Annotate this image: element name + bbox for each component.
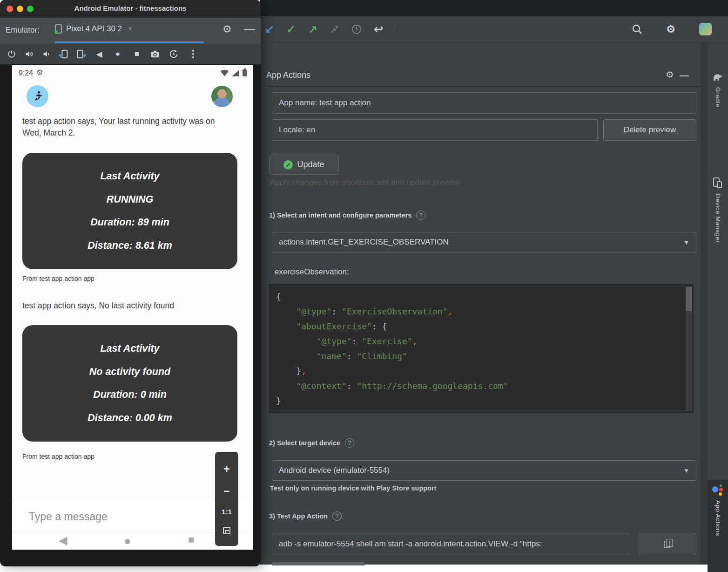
signal-icon <box>232 70 239 76</box>
power-icon[interactable] <box>6 48 18 60</box>
screen: ↙ ✓ ↗ ↩ ⚙ App Actions ⚙ — App name: test… <box>0 0 728 572</box>
emulator-minimize-icon[interactable]: — <box>244 22 255 35</box>
tool-tab-device-manager[interactable]: Device Manager <box>708 173 728 246</box>
update-check-icon: ✓ <box>283 160 293 170</box>
close-icon[interactable]: × <box>126 25 132 33</box>
device-phone-icon <box>55 24 62 34</box>
card-title: Last Activity <box>22 343 237 354</box>
delete-preview-button[interactable]: Delete preview <box>603 119 696 141</box>
snapshots-icon[interactable] <box>168 48 180 60</box>
card-activity: RUNNING <box>22 194 237 205</box>
home-icon[interactable]: ● <box>112 48 124 60</box>
section-2-label: 2) Select target device ? <box>269 438 354 448</box>
runner-icon <box>32 90 44 102</box>
card-duration: Duration: 89 min <box>22 217 237 228</box>
active-tab-underline <box>55 41 204 43</box>
locale-input[interactable]: Locale: en <box>272 119 598 141</box>
app-name-input[interactable]: App name: test app action <box>272 92 696 114</box>
copy-command-button[interactable] <box>638 533 696 555</box>
vcs-push-icon[interactable]: ↗ <box>306 22 320 36</box>
assistant-runner-avatar <box>27 85 48 107</box>
help-icon[interactable]: ? <box>332 511 342 521</box>
update-ghost-hint: Apply changes from shortcuts.xml and upd… <box>270 178 605 187</box>
user-avatar[interactable] <box>699 23 712 35</box>
status-gear-icon: ⚙ <box>36 68 43 77</box>
zoom-out-button[interactable]: − <box>224 486 230 497</box>
zoom-in-button[interactable]: + <box>223 463 230 475</box>
panel-minimize-icon[interactable]: — <box>680 70 687 79</box>
assistant-icon <box>712 483 724 496</box>
rotate-right-icon[interactable] <box>75 48 87 60</box>
vcs-update-icon[interactable]: ↙ <box>263 22 276 36</box>
copy-icon <box>664 541 670 548</box>
exercise-observation-code-editor[interactable]: { "@type": "ExerciseObservation", "about… <box>269 284 694 413</box>
code-scrollbar-thumb[interactable] <box>686 287 692 311</box>
adb-command-input[interactable]: adb -s emulator-5554 shell am start -a a… <box>272 533 629 555</box>
from-app-caption: From test app action app <box>22 453 94 460</box>
card-activity: No activity found <box>22 366 237 378</box>
intent-dropdown[interactable]: actions.intent.GET_EXERCISE_OBSERVATION … <box>272 232 696 252</box>
zoom-reset-button[interactable]: 1:1 <box>222 508 232 516</box>
panel-title: App Actions <box>266 70 310 80</box>
camera-icon[interactable] <box>149 48 161 60</box>
help-icon[interactable]: ? <box>345 438 354 448</box>
gradle-elephant-icon <box>712 72 723 82</box>
tab-pixel-4-api-30-2[interactable]: Pixel 4 API 30 2 × <box>55 24 132 34</box>
rotate-left-icon[interactable] <box>58 48 70 60</box>
android-studio-window: ↙ ✓ ↗ ↩ ⚙ App Actions ⚙ — App name: test… <box>260 0 728 565</box>
vcs-commit-icon[interactable]: ✓ <box>284 22 298 36</box>
card-title: Last Activity <box>22 170 237 182</box>
emulator-tabbar: Emulator: Pixel 4 API 30 2 × ⚙ — <box>0 18 261 44</box>
app-actions-panel-header: App Actions ⚙ — <box>260 65 701 87</box>
phone-home-button[interactable]: ● <box>124 534 131 548</box>
phone-overview-button[interactable]: ■ <box>188 534 194 546</box>
target-device-value: Android device (emulator-5554) <box>279 466 390 475</box>
history-clock-icon <box>350 22 364 36</box>
emulator-zoom-controls: + − 1:1 <box>215 452 238 546</box>
back-icon[interactable]: ◀ <box>93 48 105 60</box>
tool-tab-device-manager-label: Device Manager <box>715 194 721 243</box>
run-app-action-button-partial[interactable] <box>272 562 365 565</box>
device-manager-icon <box>712 177 723 189</box>
window-title: Android Emulator - fitnessactions <box>0 4 261 12</box>
emulator-window: Android Emulator - fitnessactions Emulat… <box>0 0 261 566</box>
tool-tab-gradle[interactable]: Gradle <box>708 68 728 111</box>
emulator-settings-gear-icon[interactable]: ⚙ <box>222 23 232 35</box>
toolbar-separator <box>396 25 396 35</box>
parameter-label: exerciseObservation: <box>275 267 349 277</box>
zoom-fit-button[interactable] <box>223 527 230 534</box>
phone-back-button[interactable]: ◀ <box>59 534 67 547</box>
tool-tab-app-actions[interactable]: App Actions <box>708 480 728 572</box>
section-3-label: 3) Test App Action ? <box>269 511 342 521</box>
tool-window-strip: Gradle Device Manager App Actions <box>708 43 728 565</box>
wifi-icon <box>221 70 229 76</box>
studio-titlebar-strip <box>260 0 728 16</box>
emulator-label: Emulator: <box>6 26 40 35</box>
settings-gear-icon[interactable]: ⚙ <box>664 22 678 36</box>
card-duration: Duration: 0 min <box>22 389 237 401</box>
tool-tab-app-actions-label: App Actions <box>715 500 721 536</box>
overview-icon[interactable]: ■ <box>131 48 143 60</box>
emulator-titlebar[interactable]: Android Emulator - fitnessactions <box>0 0 261 18</box>
more-options-icon[interactable] <box>187 48 199 60</box>
chat-message: test app action says, No last activity f… <box>22 300 222 312</box>
code-scrollbar-track[interactable] <box>686 286 692 411</box>
chevron-down-icon: ▼ <box>683 461 689 481</box>
update-button-label: Update <box>297 155 324 174</box>
section-1-text: 1) Select an intent and configure parame… <box>269 211 411 219</box>
panel-gear-icon[interactable]: ⚙ <box>666 69 674 80</box>
target-device-dropdown[interactable]: Android device (emulator-5554) ▼ <box>272 460 696 481</box>
tool-tab-gradle-label: Gradle <box>715 87 721 108</box>
compose-placeholder: Type a message <box>29 511 108 523</box>
volume-down-icon[interactable] <box>41 48 53 60</box>
rollback-icon[interactable]: ↩ <box>371 22 385 36</box>
chat-message: test app action says, Your last running … <box>22 116 222 139</box>
help-icon[interactable]: ? <box>416 211 425 220</box>
last-activity-card: Last Activity RUNNING Duration: 89 min D… <box>22 153 237 269</box>
from-app-caption: From test app action app <box>22 275 94 282</box>
search-icon[interactable] <box>630 22 644 36</box>
status-time: 9:24 <box>19 69 33 77</box>
volume-up-icon[interactable] <box>23 48 35 60</box>
tab-label: Pixel 4 API 30 2 <box>66 24 122 34</box>
update-button[interactable]: ✓ Update <box>269 155 339 175</box>
